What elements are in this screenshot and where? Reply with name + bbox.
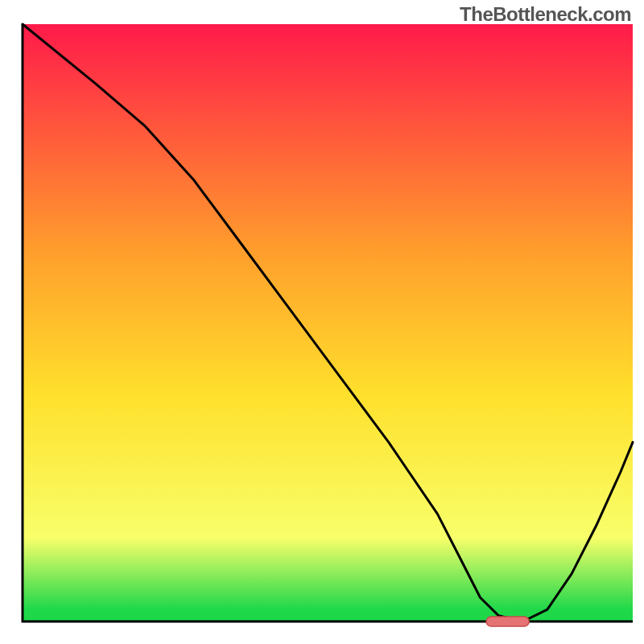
- chart-frame: TheBottleneck.com: [0, 0, 644, 644]
- optimal-marker: [486, 617, 529, 626]
- bottleneck-chart: [0, 0, 644, 644]
- plot-background: [23, 24, 633, 621]
